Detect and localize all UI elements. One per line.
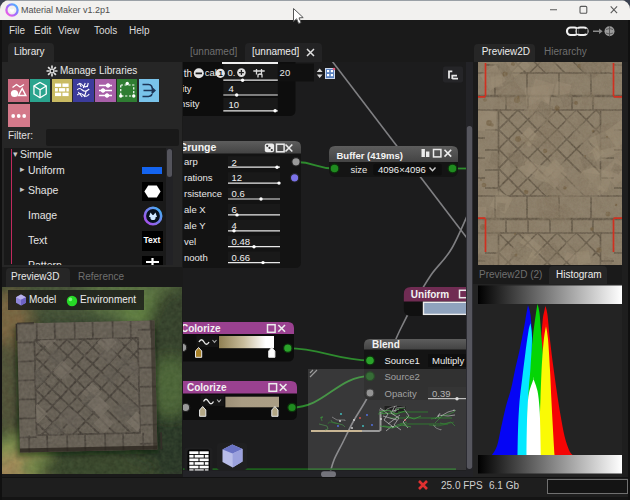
- svg-text:lity: lity: [183, 83, 192, 94]
- svg-text:rations: rations: [184, 172, 213, 183]
- svg-text:size: size: [351, 164, 368, 175]
- svg-text:4: 4: [232, 220, 237, 231]
- svg-text:Colorize: Colorize: [183, 323, 221, 334]
- svg-text:1: 1: [218, 69, 223, 78]
- svg-text:20: 20: [280, 67, 291, 78]
- svg-text:Grunge: Grunge: [183, 141, 216, 153]
- svg-text:Uniform: Uniform: [411, 289, 449, 300]
- svg-text:0.66: 0.66: [232, 252, 251, 263]
- svg-text:4: 4: [228, 83, 233, 94]
- svg-text:Buffer (419ms): Buffer (419ms): [337, 150, 404, 161]
- svg-text:th: th: [184, 68, 192, 79]
- svg-text:nooth: nooth: [184, 252, 208, 263]
- svg-text:0.: 0.: [227, 67, 235, 78]
- svg-text:6: 6: [232, 204, 237, 215]
- svg-text:4096×4096: 4096×4096: [378, 164, 426, 175]
- svg-text:0.48: 0.48: [232, 236, 251, 247]
- svg-text:10: 10: [228, 99, 239, 110]
- svg-text:rsistence: rsistence: [184, 188, 222, 199]
- svg-text:vel: vel: [184, 236, 196, 247]
- svg-text:Blend: Blend: [372, 339, 400, 350]
- svg-text:cal: cal: [205, 67, 217, 78]
- svg-text:ale Y: ale Y: [184, 220, 206, 231]
- svg-text:2: 2: [232, 157, 237, 168]
- svg-text:Source1: Source1: [385, 355, 420, 366]
- svg-text:12: 12: [232, 172, 243, 183]
- svg-text:Colorize: Colorize: [187, 382, 227, 393]
- svg-text:ale X: ale X: [184, 204, 206, 215]
- svg-text:nsity: nsity: [183, 98, 200, 109]
- svg-text:0.6: 0.6: [232, 188, 245, 199]
- svg-text:arp: arp: [184, 156, 198, 167]
- svg-text:Multiply: Multiply: [432, 355, 464, 366]
